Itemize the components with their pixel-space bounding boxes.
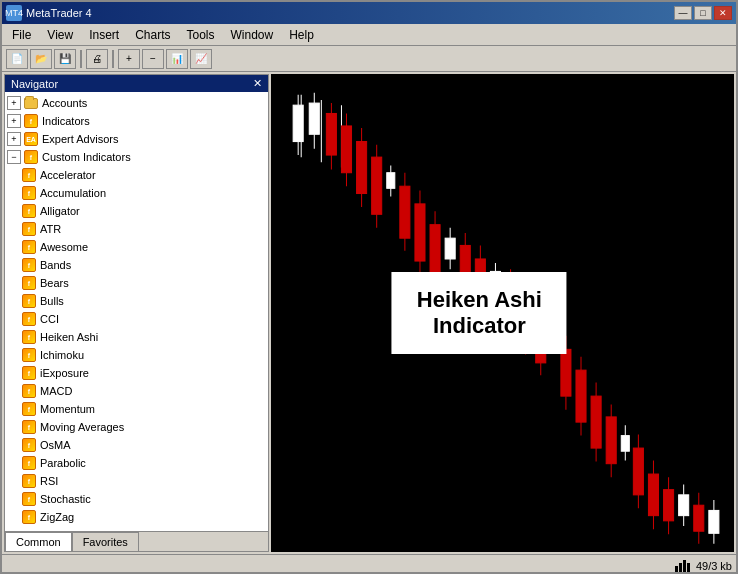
menu-bar: File View Insert Charts Tools Window Hel… <box>2 24 736 46</box>
tree-item-accumulation[interactable]: f Accumulation <box>19 184 268 202</box>
tree-item-awesome[interactable]: f Awesome <box>19 238 268 256</box>
svg-rect-78 <box>664 490 674 521</box>
indicator-icon-iexposure: f <box>21 365 37 381</box>
navigator-header: Navigator ✕ <box>5 75 268 92</box>
tree-item-momentum[interactable]: f Momentum <box>19 400 268 418</box>
svg-rect-87 <box>709 510 719 533</box>
indicator-icon-bulls: f <box>21 293 37 309</box>
status-bar: 49/3 kb <box>2 554 736 574</box>
indicator-icon-ichimoku: f <box>21 347 37 363</box>
svg-rect-60 <box>576 370 586 422</box>
label-accelerator: Accelerator <box>40 169 96 181</box>
indicator-icon-alligator: f <box>21 203 37 219</box>
tree-item-macd[interactable]: f MACD <box>19 382 268 400</box>
menu-insert[interactable]: Insert <box>81 26 127 44</box>
indicators-icon: f <box>23 113 39 129</box>
svg-rect-13 <box>341 126 351 173</box>
label-atr: ATR <box>40 223 61 235</box>
tree-item-bears[interactable]: f Bears <box>19 274 268 292</box>
svg-rect-66 <box>606 417 616 464</box>
chart-area[interactable]: Heiken Ashi Indicator <box>271 74 734 552</box>
expand-expert-advisors[interactable]: + <box>7 132 21 146</box>
tree-item-bands[interactable]: f Bands <box>19 256 268 274</box>
navigator-close-button[interactable]: ✕ <box>253 77 262 90</box>
toolbar-chart[interactable]: 📊 <box>166 49 188 69</box>
toolbar-new[interactable]: 📄 <box>6 49 28 69</box>
close-button[interactable]: ✕ <box>714 6 732 20</box>
tree-item-indicators[interactable]: + f Indicators <box>5 112 268 130</box>
tree-item-moving-averages[interactable]: f Moving Averages <box>19 418 268 436</box>
svg-rect-25 <box>400 186 410 238</box>
tree-item-ichimoku[interactable]: f Ichimoku <box>19 346 268 364</box>
toolbar-print[interactable]: 🖨 <box>86 49 108 69</box>
tree-item-parabolic[interactable]: f Parabolic <box>19 454 268 472</box>
menu-file[interactable]: File <box>4 26 39 44</box>
label-momentum: Momentum <box>40 403 95 415</box>
accounts-label: Accounts <box>42 97 87 109</box>
svg-rect-63 <box>591 396 601 448</box>
tree-item-heiken-ashi[interactable]: f Heiken Ashi <box>19 328 268 346</box>
tree-item-alligator[interactable]: f Alligator <box>19 202 268 220</box>
svg-rect-37 <box>460 245 470 271</box>
svg-rect-84 <box>694 505 704 531</box>
tree-item-custom-indicators[interactable]: − f Custom Indicators <box>5 148 268 166</box>
toolbar-sep2 <box>112 50 114 68</box>
svg-rect-28 <box>415 204 425 261</box>
label-ichimoku: Ichimoku <box>40 349 84 361</box>
label-awesome: Awesome <box>40 241 88 253</box>
tab-favorites[interactable]: Favorites <box>72 532 139 551</box>
navigator-tree[interactable]: + Accounts + f Indicators + <box>5 92 268 531</box>
label-heiken-ashi: Heiken Ashi <box>40 331 98 343</box>
navigator-title: Navigator <box>11 78 58 90</box>
svg-rect-31 <box>430 225 440 277</box>
expand-indicators[interactable]: + <box>7 114 21 128</box>
title-bar-controls: — □ ✕ <box>674 6 732 20</box>
tree-item-expert-advisors[interactable]: + EA Expert Advisors <box>5 130 268 148</box>
svg-rect-34 <box>445 238 455 259</box>
tree-item-iexposure[interactable]: f iExposure <box>19 364 268 382</box>
toolbar-zoom-out[interactable]: − <box>142 49 164 69</box>
indicators-label: Indicators <box>42 115 90 127</box>
status-kb-label: 49/3 kb <box>696 560 732 572</box>
indicator-icon-atr: f <box>21 221 37 237</box>
tree-item-cci[interactable]: f CCI <box>19 310 268 328</box>
label-alligator: Alligator <box>40 205 80 217</box>
indicator-icon-heiken-ashi: f <box>21 329 37 345</box>
toolbar: 📄 📂 💾 🖨 + − 📊 📈 <box>2 46 736 72</box>
expert-advisors-label: Expert Advisors <box>42 133 118 145</box>
custom-indicators-icon: f <box>23 149 39 165</box>
maximize-button[interactable]: □ <box>694 6 712 20</box>
tree-item-atr[interactable]: f ATR <box>19 220 268 238</box>
menu-view[interactable]: View <box>39 26 81 44</box>
tree-item-bulls[interactable]: f Bulls <box>19 292 268 310</box>
menu-window[interactable]: Window <box>223 26 282 44</box>
tree-item-zigzag[interactable]: f ZigZag <box>19 508 268 526</box>
tree-item-stochastic[interactable]: f Stochastic <box>19 490 268 508</box>
toolbar-save[interactable]: 💾 <box>54 49 76 69</box>
toolbar-open[interactable]: 📂 <box>30 49 52 69</box>
toolbar-indicator[interactable]: 📈 <box>190 49 212 69</box>
expand-accounts[interactable]: + <box>7 96 21 110</box>
expand-custom-indicators[interactable]: − <box>7 150 21 164</box>
label-parabolic: Parabolic <box>40 457 86 469</box>
toolbar-zoom-in[interactable]: + <box>118 49 140 69</box>
tree-item-osma[interactable]: f OsMA <box>19 436 268 454</box>
label-cci: CCI <box>40 313 59 325</box>
tree-item-accelerator[interactable]: f Accelerator <box>19 166 268 184</box>
label-moving-averages: Moving Averages <box>40 421 124 433</box>
menu-tools[interactable]: Tools <box>179 26 223 44</box>
label-rsi: RSI <box>40 475 58 487</box>
navigator-panel: Navigator ✕ + Accounts + f <box>4 74 269 552</box>
tree-item-rsi[interactable]: f RSI <box>19 472 268 490</box>
main-content: Navigator ✕ + Accounts + f <box>2 72 736 554</box>
label-accumulation: Accumulation <box>40 187 106 199</box>
status-bars-indicator <box>675 560 690 572</box>
tree-item-accounts[interactable]: + Accounts <box>5 94 268 112</box>
navigator-tabs: Common Favorites <box>5 531 268 551</box>
indicator-icon-accumulation: f <box>21 185 37 201</box>
menu-help[interactable]: Help <box>281 26 322 44</box>
minimize-button[interactable]: — <box>674 6 692 20</box>
label-bands: Bands <box>40 259 71 271</box>
tab-common[interactable]: Common <box>5 532 72 551</box>
menu-charts[interactable]: Charts <box>127 26 178 44</box>
